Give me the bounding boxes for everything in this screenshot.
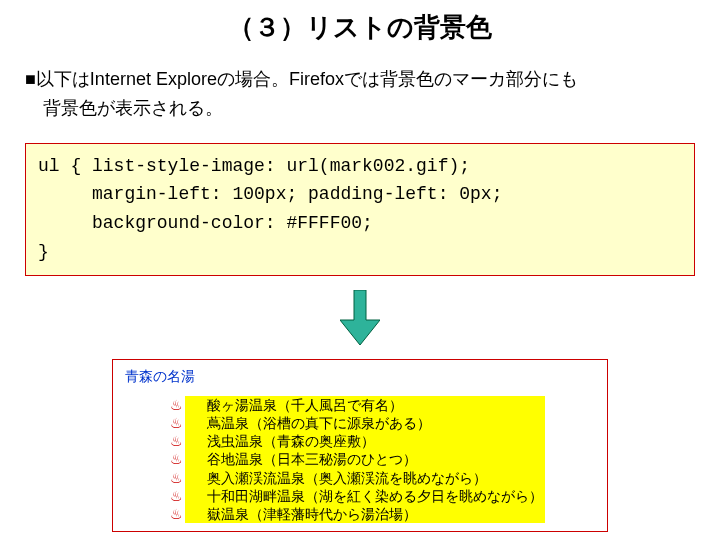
example-heading: 青森の名湯 <box>125 368 595 386</box>
list-item-label: 浅虫温泉（青森の奥座敷） <box>207 433 375 449</box>
hot-spring-icon: ♨ <box>167 469 185 487</box>
code-line-4: } <box>38 242 49 262</box>
list-item-label: 奥入瀬渓流温泉（奥入瀬渓流を眺めながら） <box>207 470 487 486</box>
list-item: ♨浅虫温泉（青森の奥座敷） <box>185 432 545 450</box>
down-arrow-icon <box>0 290 720 349</box>
onsen-list: ♨酸ヶ湯温泉（千人風呂で有名）♨蔦温泉（浴槽の真下に源泉がある）♨浅虫温泉（青森… <box>185 396 545 523</box>
list-item-label: 嶽温泉（津軽藩時代から湯治場） <box>207 506 417 522</box>
list-item: ♨蔦温泉（浴槽の真下に源泉がある） <box>185 414 545 432</box>
hot-spring-icon: ♨ <box>167 505 185 523</box>
desc-line1: ■以下はInternet Exploreの場合。Firefoxでは背景色のマーカ… <box>25 69 578 89</box>
code-line-3: background-color: #FFFF00; <box>38 213 373 233</box>
code-block: ul { list-style-image: url(mark002.gif);… <box>25 143 695 276</box>
list-item: ♨十和田湖畔温泉（湖を紅く染める夕日を眺めながら） <box>185 487 545 505</box>
list-item: ♨谷地温泉（日本三秘湯のひとつ） <box>185 450 545 468</box>
code-line-2: margin-left: 100px; padding-left: 0px; <box>38 184 502 204</box>
list-item-label: 十和田湖畔温泉（湖を紅く染める夕日を眺めながら） <box>207 488 543 504</box>
list-item-label: 谷地温泉（日本三秘湯のひとつ） <box>207 451 417 467</box>
hot-spring-icon: ♨ <box>167 414 185 432</box>
list-item: ♨嶽温泉（津軽藩時代から湯治場） <box>185 505 545 523</box>
hot-spring-icon: ♨ <box>167 396 185 414</box>
hot-spring-icon: ♨ <box>167 450 185 468</box>
list-item: ♨酸ヶ湯温泉（千人風呂で有名） <box>185 396 545 414</box>
page-title: （３）リストの背景色 <box>0 10 720 45</box>
list-item-label: 酸ヶ湯温泉（千人風呂で有名） <box>207 397 403 413</box>
list-item-label: 蔦温泉（浴槽の真下に源泉がある） <box>207 415 431 431</box>
desc-line2: 背景色が表示される。 <box>25 98 223 118</box>
hot-spring-icon: ♨ <box>167 432 185 450</box>
code-line-1: ul { list-style-image: url(mark002.gif); <box>38 156 470 176</box>
hot-spring-icon: ♨ <box>167 487 185 505</box>
list-item: ♨奥入瀬渓流温泉（奥入瀬渓流を眺めながら） <box>185 469 545 487</box>
description: ■以下はInternet Exploreの場合。Firefoxでは背景色のマーカ… <box>25 65 695 123</box>
example-box: 青森の名湯 ♨酸ヶ湯温泉（千人風呂で有名）♨蔦温泉（浴槽の真下に源泉がある）♨浅… <box>112 359 608 532</box>
